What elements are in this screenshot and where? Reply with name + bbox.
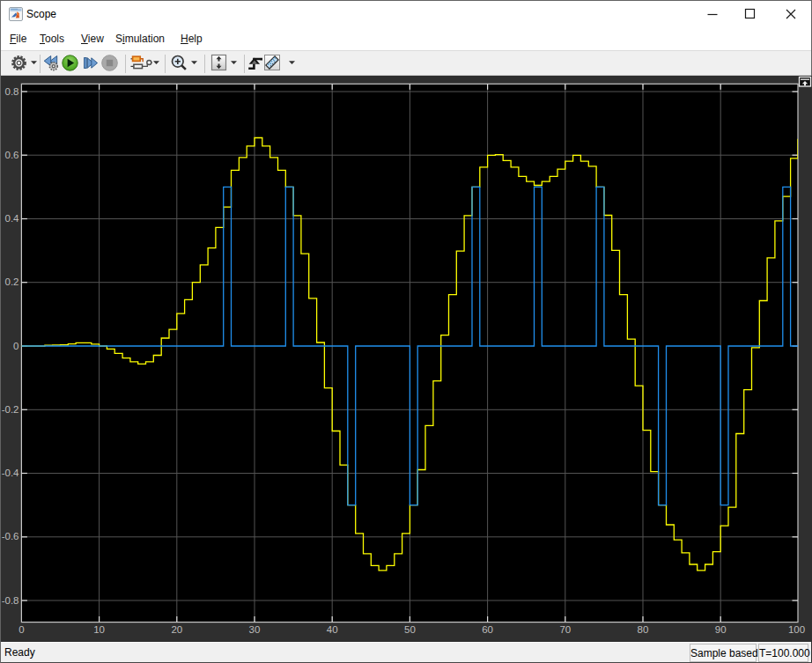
svg-text:0.4: 0.4: [5, 213, 20, 224]
svg-text:-0.6: -0.6: [2, 531, 19, 541]
svg-text:100: 100: [788, 624, 805, 635]
svg-text:0: 0: [18, 624, 24, 635]
svg-text:80: 80: [638, 624, 649, 635]
svg-text:0.8: 0.8: [5, 86, 19, 97]
svg-text:0: 0: [13, 341, 18, 351]
svg-text:90: 90: [715, 624, 727, 635]
svg-text:0.2: 0.2: [5, 276, 19, 287]
svg-text:50: 50: [404, 624, 416, 635]
svg-text:20: 20: [171, 624, 182, 635]
svg-text:-0.8: -0.8: [2, 595, 19, 606]
svg-text:-0.2: -0.2: [2, 404, 19, 415]
svg-text:70: 70: [559, 624, 571, 635]
svg-text:-0.4: -0.4: [2, 468, 19, 478]
svg-text:0.6: 0.6: [5, 150, 19, 160]
svg-text:10: 10: [93, 624, 105, 635]
svg-text:60: 60: [482, 624, 493, 635]
svg-text:40: 40: [327, 624, 338, 635]
svg-text:30: 30: [249, 624, 261, 635]
